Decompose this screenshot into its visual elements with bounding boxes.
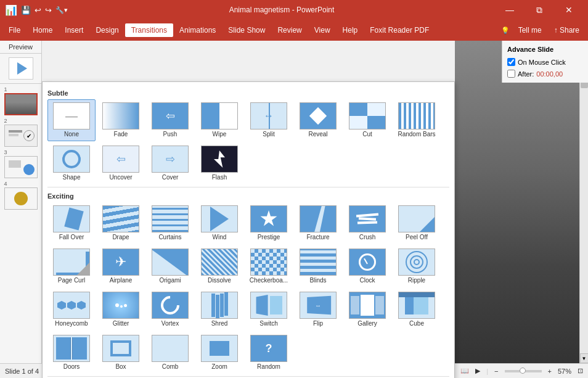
transition-fade[interactable]: Fade bbox=[97, 99, 145, 141]
menu-view[interactable]: View bbox=[308, 23, 337, 37]
transition-drape[interactable]: Drape bbox=[97, 202, 145, 244]
transition-uncover[interactable]: ⇦ Uncover bbox=[97, 142, 145, 184]
after-time: 00:00,00 bbox=[536, 70, 563, 78]
undo-icon[interactable]: ↩ bbox=[35, 6, 41, 15]
menu-file[interactable]: File bbox=[2, 23, 27, 37]
minimize-button[interactable]: — bbox=[496, 0, 524, 20]
transition-cube[interactable]: Cube bbox=[393, 289, 441, 331]
transition-crush[interactable]: Crush bbox=[343, 202, 391, 244]
transition-comb[interactable]: Comb bbox=[146, 332, 194, 374]
transition-wipe[interactable]: Wipe bbox=[195, 99, 243, 141]
after-label: After: bbox=[518, 70, 534, 78]
transition-zoom[interactable]: Zoom bbox=[195, 332, 243, 374]
menu-bar: File Home Insert Design Transitions Anim… bbox=[0, 20, 588, 41]
transition-fall-over[interactable]: Fall Over bbox=[47, 202, 96, 244]
transition-curtains[interactable]: Curtains bbox=[146, 202, 194, 244]
transition-none[interactable]: — None bbox=[47, 99, 96, 141]
transition-airplane[interactable]: ✈ Airplane bbox=[97, 245, 145, 287]
transition-page-curl[interactable]: Page Curl bbox=[47, 245, 96, 287]
transition-prestige[interactable]: Prestige bbox=[245, 202, 293, 244]
share-button[interactable]: ↑ Share bbox=[548, 23, 586, 37]
advance-slide-title: Advance Slide bbox=[507, 46, 583, 53]
preview-label: Preview bbox=[0, 41, 41, 54]
transition-flip[interactable]: ↔ Flip bbox=[294, 289, 342, 331]
save-icon[interactable]: 💾 bbox=[21, 6, 31, 15]
transition-flash[interactable]: Flash bbox=[195, 142, 243, 184]
transition-wind[interactable]: Wind bbox=[195, 202, 243, 244]
title-bar-left: 📊 💾 ↩ ↪ 🔧▾ bbox=[5, 4, 68, 16]
transition-random-bars[interactable]: Random Bars bbox=[393, 99, 441, 141]
scroll-track bbox=[580, 51, 589, 353]
transition-blinds[interactable]: Blinds bbox=[294, 245, 342, 287]
subtle-grid: — None Fade ⇦ Push bbox=[47, 99, 449, 184]
lightbulb-icon: 💡 bbox=[501, 27, 510, 35]
transition-honeycomb[interactable]: Honeycomb bbox=[47, 289, 96, 331]
menu-review[interactable]: Review bbox=[271, 23, 308, 37]
transition-checkerboard[interactable]: Checkerboa... bbox=[245, 245, 293, 287]
restore-button[interactable]: ⧉ bbox=[525, 0, 553, 20]
menu-help[interactable]: Help bbox=[337, 23, 364, 37]
view-slideshow[interactable]: ▶ bbox=[475, 367, 480, 375]
scroll-down-button[interactable]: ▼ bbox=[580, 353, 589, 363]
title-bar-title: Animal magnetism - PowerPoint bbox=[68, 6, 496, 14]
transition-glitter[interactable]: Glitter bbox=[97, 289, 145, 331]
exciting-grid: Fall Over Drape Curtains W bbox=[47, 202, 449, 374]
transition-clock[interactable]: Clock bbox=[343, 245, 391, 287]
on-mouse-click-checkbox[interactable] bbox=[507, 58, 515, 66]
menu-animations[interactable]: Animations bbox=[173, 23, 222, 37]
customize-icon[interactable]: 🔧▾ bbox=[55, 6, 68, 14]
menu-slideshow[interactable]: Slide Show bbox=[222, 23, 271, 37]
zoom-plus[interactable]: + bbox=[548, 368, 552, 375]
slide-thumb-2[interactable]: 2 ✔ bbox=[4, 118, 38, 147]
transition-switch[interactable]: Switch bbox=[245, 289, 293, 331]
status-divider3: | bbox=[486, 368, 488, 375]
after-checkbox[interactable] bbox=[507, 70, 515, 78]
transition-box[interactable]: Box bbox=[97, 332, 145, 374]
menu-home[interactable]: Home bbox=[27, 23, 59, 37]
transition-vortex[interactable]: Vortex bbox=[146, 289, 194, 331]
zoom-level: 57% bbox=[558, 368, 571, 375]
powerpoint-icon: 📊 bbox=[5, 4, 17, 16]
slide-view: ▲ ▼ bbox=[455, 41, 588, 363]
transition-push[interactable]: ⇦ Push bbox=[146, 99, 194, 141]
transition-cut[interactable]: Cut bbox=[343, 99, 391, 141]
zoom-slider[interactable] bbox=[505, 370, 542, 372]
menu-insert[interactable]: Insert bbox=[59, 23, 89, 37]
subtle-label: Subtle bbox=[47, 87, 449, 99]
transition-dissolve[interactable]: Dissolve bbox=[195, 245, 243, 287]
transition-ripple[interactable]: Ripple bbox=[393, 245, 441, 287]
transition-cover[interactable]: ⇨ Cover bbox=[146, 142, 194, 184]
title-bar: 📊 💾 ↩ ↪ 🔧▾ Animal magnetism - PowerPoint… bbox=[0, 0, 588, 20]
title-bar-controls: — ⧉ ✕ bbox=[496, 0, 583, 20]
fit-button[interactable]: ⊡ bbox=[578, 367, 583, 375]
slide-thumb-4[interactable]: 4 bbox=[4, 181, 38, 210]
transition-reveal[interactable]: Reveal bbox=[294, 99, 342, 141]
exciting-label: Exciting bbox=[47, 190, 449, 202]
transition-peel-off[interactable]: Peel Off bbox=[393, 202, 441, 244]
close-button[interactable]: ✕ bbox=[555, 0, 583, 20]
transition-doors[interactable]: Doors bbox=[47, 332, 96, 374]
transition-origami[interactable]: Origami bbox=[146, 245, 194, 287]
preview-button[interactable] bbox=[0, 54, 41, 83]
on-mouse-click-label: On Mouse Click bbox=[518, 59, 566, 66]
transition-gallery[interactable]: Gallery bbox=[343, 289, 391, 331]
advance-slide-panel: Advance Slide On Mouse Click After: 00:0… bbox=[502, 41, 588, 83]
menu-design[interactable]: Design bbox=[89, 23, 125, 37]
menu-transitions[interactable]: Transitions bbox=[125, 23, 173, 37]
transition-split[interactable]: ↔ Split bbox=[245, 99, 293, 141]
zoom-minus[interactable]: − bbox=[494, 368, 498, 375]
transition-shape[interactable]: Shape bbox=[47, 142, 96, 184]
slides-panel: 1 2 ✔ 3 bbox=[0, 83, 41, 363]
transitions-panel: Subtle — None Fade ⇦ bbox=[42, 81, 455, 378]
tell-me-button[interactable]: Tell me bbox=[512, 23, 548, 37]
transition-random[interactable]: ? Random bbox=[245, 332, 293, 374]
transition-shred[interactable]: Shred bbox=[195, 289, 243, 331]
view-reading[interactable]: 📖 bbox=[460, 367, 469, 375]
redo-icon[interactable]: ↪ bbox=[45, 6, 52, 15]
slide-thumb-1[interactable]: 1 bbox=[4, 86, 38, 115]
slide-thumb-3[interactable]: 3 bbox=[4, 149, 38, 178]
transition-fracture[interactable]: Fracture bbox=[294, 202, 342, 244]
menu-foxit[interactable]: Foxit Reader PDF bbox=[364, 23, 435, 37]
slide-count: Slide 1 of 4 bbox=[5, 368, 39, 375]
